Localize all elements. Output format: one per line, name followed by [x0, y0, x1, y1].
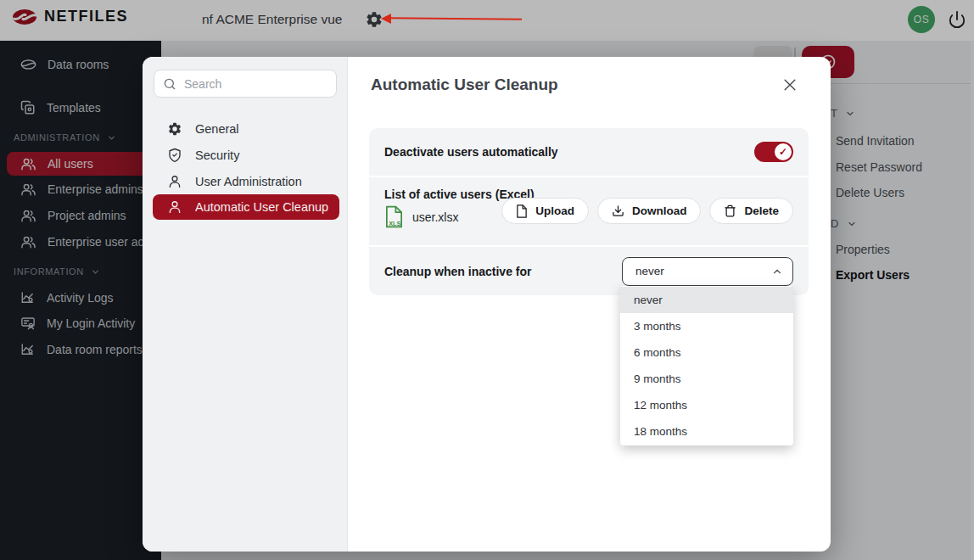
select-value: never — [635, 265, 664, 277]
download-icon — [612, 204, 624, 217]
settings-tab-general[interactable]: General — [153, 116, 339, 142]
settings-tab-label: General — [195, 122, 239, 136]
deactivate-users-row: Deactivate users automatically ✓ — [369, 128, 809, 176]
toggle-label: Deactivate users automatically — [384, 145, 558, 159]
gear-icon — [167, 121, 182, 137]
download-button[interactable]: Download — [597, 198, 702, 224]
search-input[interactable] — [184, 77, 320, 91]
settings-menu-panel: General Security User Administration Aut… — [143, 57, 348, 552]
trash-icon — [724, 204, 736, 217]
arrow-shaft — [389, 17, 522, 20]
file-actions: Upload Download Delete — [501, 198, 793, 224]
dropdown-option-9-months[interactable]: 9 months — [620, 366, 793, 392]
user-icon — [167, 199, 182, 215]
svg-text:XLS: XLS — [389, 221, 400, 227]
automatic-user-cleanup-dialog: General Security User Administration Aut… — [143, 57, 831, 552]
dropdown-option-never[interactable]: never — [620, 287, 793, 313]
file-icon — [516, 204, 528, 218]
dropdown-option-18-months[interactable]: 18 months — [620, 418, 793, 445]
button-label: Download — [632, 204, 687, 217]
settings-tab-security[interactable]: Security — [153, 143, 339, 168]
shield-check-icon — [167, 148, 182, 163]
button-label: Delete — [744, 204, 779, 217]
inactive-period-dropdown: never 3 months 6 months 9 months 12 mont… — [620, 286, 793, 445]
file-name: user.xlsx — [412, 210, 458, 224]
dropdown-option-6-months[interactable]: 6 months — [620, 339, 793, 366]
cleanup-label: Cleanup when inactive for — [384, 265, 531, 278]
settings-search[interactable] — [154, 70, 337, 98]
cleanup-settings-card: Deactivate users automatically ✓ List of… — [369, 128, 809, 297]
delete-button[interactable]: Delete — [709, 198, 793, 224]
deactivate-users-toggle[interactable]: ✓ — [754, 142, 793, 162]
dropdown-option-3-months[interactable]: 3 months — [620, 313, 793, 339]
inactive-period-select[interactable]: never — [622, 257, 793, 286]
settings-tab-label: Automatic User Cleanup — [195, 200, 328, 214]
chevron-up-icon — [771, 266, 783, 277]
settings-tab-label: User Administration — [195, 175, 302, 188]
close-icon[interactable] — [781, 76, 798, 93]
dialog-title: Automatic User Cleanup — [371, 76, 558, 94]
button-label: Upload — [535, 204, 574, 217]
settings-tab-label: Security — [195, 148, 239, 162]
settings-tab-user-administration[interactable]: User Administration — [153, 169, 339, 194]
dropdown-option-12-months[interactable]: 12 months — [620, 392, 793, 418]
screen: NETFILES nf ACME Enterprise vue OS Data … — [0, 0, 974, 560]
search-icon — [163, 77, 176, 91]
upload-button[interactable]: Upload — [501, 198, 589, 224]
settings-tab-automatic-user-cleanup[interactable]: Automatic User Cleanup — [153, 194, 339, 220]
user-icon — [167, 174, 182, 189]
annotation-arrow — [381, 14, 522, 25]
toggle-knob-check: ✓ — [775, 143, 792, 160]
excel-file-icon: XLS — [384, 205, 404, 228]
active-users-file-row: List of active users (Excel) XLS user.xl… — [369, 177, 809, 245]
